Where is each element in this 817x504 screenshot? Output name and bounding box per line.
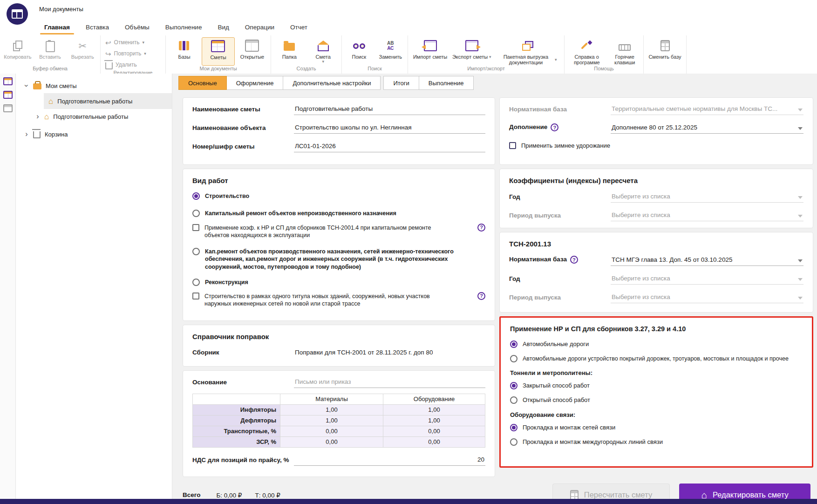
new-folder-button[interactable]: Папка — [273, 37, 306, 66]
radio-selected-icon[interactable] — [192, 192, 200, 200]
estimate-code-input[interactable]: ЛС01-01-2026 — [294, 142, 485, 152]
ribbon-tab-vid[interactable]: Вид — [210, 19, 237, 35]
tab-dop-nastroyki[interactable]: Дополнительные настройки — [283, 76, 381, 90]
about-button[interactable]: Справка о программе — [566, 37, 607, 66]
roads-main-option[interactable]: Автомобильные дороги — [510, 340, 803, 348]
equipment-cell[interactable]: 0,00 — [383, 426, 485, 436]
tab-oformlenie[interactable]: Оформление — [226, 76, 284, 90]
ribbon-tab-operacii[interactable]: Операции — [237, 19, 282, 35]
materials-cell[interactable]: 0,00 — [280, 436, 383, 447]
undo-dropdown-icon[interactable]: ▾ — [142, 41, 144, 45]
replace-button[interactable]: ABАС Заменить — [375, 37, 406, 66]
radio-icon[interactable] — [510, 396, 517, 404]
import-estimate-button[interactable]: Импорт сметы — [410, 37, 450, 66]
ribbon-tab-otchet[interactable]: Отчет — [282, 19, 315, 35]
tree-item-preparatory-works-2[interactable]: › ⌂ Подготовительные работы — [16, 109, 172, 124]
year-select[interactable]: Выберите из списка — [611, 192, 803, 203]
checkbox-icon[interactable] — [192, 293, 199, 300]
period-select[interactable]: Выберите из списка — [611, 211, 803, 221]
redo-button[interactable]: ↪ Повторить ▾ — [102, 48, 163, 59]
radio-icon[interactable] — [192, 279, 200, 286]
new-estimate-dropdown-icon[interactable]: ▾ — [322, 60, 324, 64]
equipment-cell[interactable]: 0,00 — [383, 436, 485, 447]
tsn-period-select[interactable]: Выберите из списка — [611, 293, 803, 303]
copy-button[interactable]: Копировать — [2, 37, 34, 66]
batch-export-dropdown-icon[interactable]: ▾ — [555, 58, 557, 62]
undo-button[interactable]: ↩ Отменить ▾ — [102, 37, 163, 48]
tree-root-my-estimates[interactable]: › Мои сметы — [16, 78, 172, 93]
radio-selected-icon[interactable] — [510, 341, 517, 348]
materials-cell[interactable]: 1,00 — [280, 404, 383, 415]
reg-base-select[interactable]: Территориальные сметные нормативы для Мо… — [611, 104, 803, 115]
tunnel-closed-option[interactable]: Закрытый способ работ — [510, 381, 803, 390]
edit-estimate-button[interactable]: ⌂ Редактировать смету — [679, 484, 810, 499]
help-question-icon[interactable]: ? — [570, 256, 578, 264]
work-type-option-construction[interactable]: Строительство — [192, 192, 485, 200]
winter-costs-checkbox-row[interactable]: Применить зимнее удорожание — [509, 142, 803, 150]
search-button[interactable]: Поиск — [344, 37, 374, 66]
winter-checkbox-icon[interactable] — [509, 142, 516, 149]
radio-selected-icon[interactable] — [510, 382, 517, 389]
export-estimate-button[interactable]: Экспорт сметы▾ — [451, 37, 492, 66]
panel-open-docs-icon[interactable] — [3, 104, 13, 112]
collection-value-field[interactable]: Поправки для ТСН-2001 от 28.11.2025 г. д… — [294, 348, 485, 358]
radio-icon[interactable] — [192, 210, 200, 217]
tab-osnovnye[interactable]: Основные — [178, 76, 227, 90]
help-question-icon[interactable]: ? — [477, 292, 485, 300]
panel-bases-icon[interactable] — [3, 77, 13, 85]
comm-networks-option[interactable]: Прокладка и монтаж сетей связи — [510, 423, 803, 432]
materials-cell[interactable]: 0,00 — [280, 426, 383, 436]
export-dropdown-icon[interactable]: ▾ — [489, 55, 491, 59]
paste-button[interactable]: Вставить — [34, 37, 66, 66]
estimates-button[interactable]: Сметы — [202, 37, 235, 66]
vat-input[interactable]: 20 — [294, 455, 485, 466]
delete-button[interactable]: Удалить — [102, 60, 163, 70]
tree-item-preparatory-works-selected[interactable]: ⌂ Подготовительные работы — [44, 93, 172, 109]
tab-vypolnenie[interactable]: Выполнение — [419, 76, 474, 90]
change-base-button[interactable]: Сменить базу — [648, 37, 682, 66]
equipment-cell[interactable]: 1,00 — [383, 404, 485, 415]
tab-itogi[interactable]: Итоги — [383, 76, 419, 90]
reconstruction-note-checkbox-row[interactable]: Строительство в рамках одного титула нов… — [192, 292, 485, 308]
ribbon-tab-glavnaya[interactable]: Главная — [36, 19, 78, 35]
redo-dropdown-icon[interactable]: ▾ — [144, 52, 146, 56]
radio-icon[interactable] — [192, 248, 200, 255]
tunnel-open-option[interactable]: Открытый способ работ — [510, 396, 803, 404]
tsn-base-select[interactable]: ТСН МГЭ глава 13. Доп. 45 от 03.10.2025 — [611, 255, 803, 266]
hotkeys-button[interactable]: Горячие клавиши — [608, 37, 641, 66]
ribbon-tab-vstavka[interactable]: Вставка — [78, 19, 117, 35]
chevron-right-icon[interactable]: › — [24, 130, 29, 138]
panel-estimates-icon[interactable] — [3, 91, 13, 99]
object-name-input[interactable]: Строительство школы по ул. Неглинная — [294, 123, 485, 134]
roads-alt-option[interactable]: Автомобильные дороги устройство покрытий… — [510, 354, 803, 362]
radio-selected-icon[interactable] — [510, 424, 517, 431]
caprepair-note-checkbox-row[interactable]: Применение коэф. к НР и СП для сборников… — [192, 224, 485, 239]
work-type-option-reconstruction[interactable]: Реконструкция — [192, 278, 485, 286]
estimate-name-input[interactable]: Подготовительные работы — [294, 104, 485, 115]
chevron-right-icon[interactable]: › — [35, 113, 40, 120]
checkbox-icon[interactable] — [192, 224, 199, 231]
opened-docs-button[interactable]: Открытые — [236, 37, 269, 66]
radio-icon[interactable] — [510, 355, 517, 362]
comm-longdist-option[interactable]: Прокладка и монтаж междугородных линий с… — [510, 438, 803, 446]
new-estimate-button[interactable]: Смета ▾ — [307, 37, 340, 66]
tsn-year-select[interactable]: Выберите из списка — [611, 274, 803, 285]
supplement-select[interactable]: Дополнение 80 от 25.12.2025 — [611, 123, 803, 134]
batch-export-button[interactable]: Пакетная выгрузка документации▾ — [493, 37, 562, 66]
tree-item-recycle-bin[interactable]: › Корзина — [16, 127, 172, 142]
ribbon-tab-vypolnenie[interactable]: Выполнение — [157, 19, 210, 35]
help-question-icon[interactable]: ? — [551, 123, 558, 131]
ribbon-tab-obyomy[interactable]: Объёмы — [117, 19, 157, 35]
work-type-option-caprepair[interactable]: Капитальный ремонт объектов непроизводст… — [192, 209, 485, 217]
recalculate-button[interactable]: Пересчитать смету — [552, 484, 670, 499]
basis-input[interactable]: Письмо или приказ — [294, 377, 485, 388]
app-logo-icon[interactable] — [7, 3, 28, 25]
help-question-icon[interactable]: ? — [477, 224, 485, 232]
materials-cell[interactable]: 1,00 — [280, 415, 383, 426]
cut-button[interactable]: ✂ Вырезать — [67, 37, 98, 66]
radio-icon[interactable] — [510, 438, 517, 446]
chevron-down-icon[interactable]: › — [23, 83, 30, 88]
bases-button[interactable]: Базы — [168, 37, 201, 66]
equipment-cell[interactable]: 1,00 — [383, 415, 485, 426]
work-type-option-caprepair-prod[interactable]: Кап.ремонт объектов производственного на… — [192, 247, 485, 271]
